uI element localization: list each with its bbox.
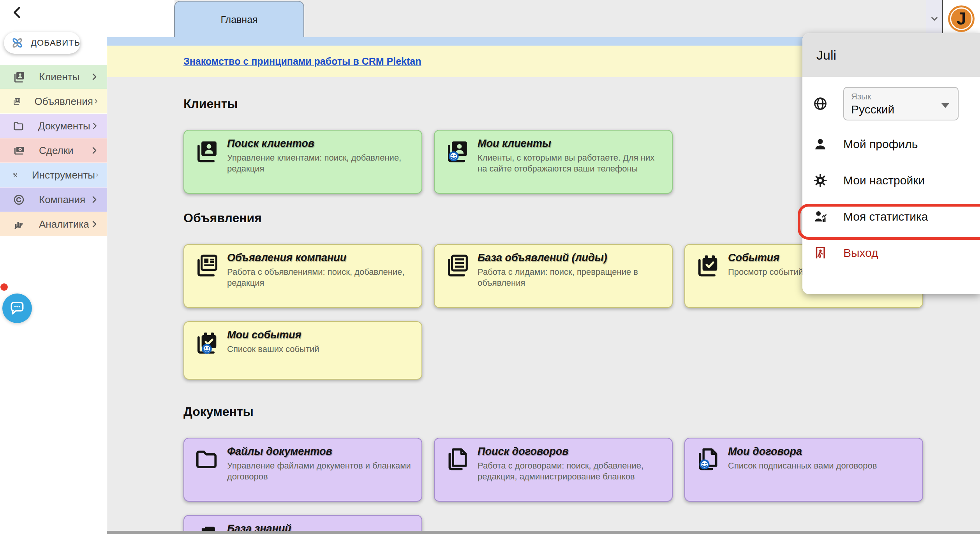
card-title: Поиск клиентов [227,138,411,150]
tab-list-dropdown-button[interactable] [926,0,943,37]
sidebar-item-label: Сделки [39,145,90,157]
chevron-down-icon [929,13,940,24]
card-company-ads[interactable]: Объявления компании Работа с объявлениям… [183,244,422,308]
language-select-value: Русский [851,103,951,116]
card-client-search[interactable]: Поиск клиентов Управление клиентами: пои… [183,130,422,194]
language-row: Язык Русский [802,87,980,120]
menu-item-my-settings[interactable]: Мои настройки [802,168,980,193]
card-my-clients[interactable]: Мои клиенты Клиенты, с которыми вы работ… [434,130,673,194]
sidebar-item-clients[interactable]: Клиенты [0,65,107,89]
pages-icon [445,447,469,471]
card-subtitle: Клиенты, с которыми вы работаете. Для ни… [478,152,662,174]
card-subtitle: Управление файлами документов и бланками… [227,460,411,482]
card-text: Мои договора Список подписанных вами дог… [728,446,877,471]
tools-icon [13,169,18,181]
person-icon [813,137,828,152]
card-text: База объявлений (лиды) Работа с лидами: … [478,252,662,288]
page-smiley-icon [695,447,719,471]
sidebar-item-tools[interactable]: Инструменты [0,163,107,187]
sidebar-item-company[interactable]: Компания [0,187,107,212]
sidebar-nav: Клиенты Объявления [0,65,107,237]
sidebar-item-documents[interactable]: Документы [0,114,107,138]
horizontal-scrollbar[interactable] [107,531,980,534]
card-my-contracts[interactable]: Мои договора Список подписанных вами дог… [684,438,923,502]
card-document-files[interactable]: Файлы документов Управление файлами доку… [183,438,422,502]
calendar-check-icon [695,253,719,278]
contact-card-icon [13,71,25,83]
card-text: Поиск клиентов Управление клиентами: пои… [227,138,411,174]
tab-bar: Главная [107,0,980,37]
chevron-right-icon [90,146,99,155]
card-subtitle: Управление клиентами: поиск, добавление,… [227,152,411,174]
card-title: Файлы документов [227,446,411,458]
card-my-events[interactable]: Мои события Список ваших событий [183,321,422,380]
folder-icon [194,447,219,471]
my-events-row: Мои события Список ваших событий [183,321,980,380]
intro-banner-link[interactable]: Знакомство с принципами работы в CRM Ple… [183,56,421,67]
username: Juli [816,48,836,63]
tab-home[interactable]: Главная [174,1,304,38]
menu-item-label: Мои настройки [843,174,925,187]
sidebar-item-label: Документы [38,120,90,132]
sidebar-item-label: Компания [39,194,90,206]
menu-item-label: Мой профиль [843,138,918,151]
sidebar-item-ads[interactable]: Объявления [0,89,107,113]
sidebar-item-label: Объявления [35,95,93,108]
chevron-right-icon [90,219,99,229]
calendar-check-smiley-icon [194,331,219,355]
section-heading-documents: Документы [183,405,980,419]
card-title: Объявления компании [227,252,411,264]
card-text: Объявления компании Работа с объявлениям… [227,252,411,288]
documents-cards-row: Файлы документов Управление файлами доку… [183,438,980,502]
contact-card-smiley-icon [445,139,469,163]
user-menu-header: Juli [802,33,980,77]
card-subtitle: Работа с лидами: поиск, превращение в об… [478,267,662,288]
notification-dot [0,283,8,291]
menu-item-logout[interactable]: Выход [802,240,980,265]
chevron-right-icon [93,97,99,106]
contact-card-icon [194,139,219,163]
document-list-icon [445,253,469,278]
card-title: Мои договора [728,446,877,458]
user-menu: Juli Язык Русский Мой профиль [802,33,980,294]
crm-main-page: ДОБАВИТЬ Клиенты [0,0,980,534]
language-select[interactable]: Язык Русский [843,87,959,120]
gear-icon [813,173,828,188]
newspaper-icon [13,95,21,108]
sidebar-item-label: Аналитика [39,218,90,230]
card-title: База объявлений (лиды) [478,252,662,264]
card-contract-search[interactable]: Поиск договоров Работа с договорами: пои… [434,438,673,502]
person-stats-icon [813,209,828,224]
add-button[interactable]: ДОБАВИТЬ [4,32,80,54]
exit-door-icon [813,246,828,260]
card-text: Мои клиенты Клиенты, с которыми вы работ… [478,138,662,174]
chat-button[interactable] [2,294,32,323]
copyright-icon [13,194,25,206]
menu-item-label: Моя статистика [843,210,928,223]
card-title: Мои клиенты [478,138,662,150]
card-text: Поиск договоров Работа с договорами: пои… [478,446,662,482]
card-subtitle: Список ваших событий [227,344,319,355]
card-title: Поиск договоров [478,446,662,458]
avatar-initial: J [957,9,966,28]
card-subtitle: Работа с договорами: поиск, добавление, … [478,460,662,482]
tab-home-label: Главная [220,14,257,25]
chevron-left-icon [10,5,24,19]
language-select-label: Язык [851,92,951,102]
menu-item-my-statistics[interactable]: Моя статистика [802,204,980,229]
sidebar-item-label: Инструменты [32,169,95,181]
caret-down-icon [941,103,949,108]
analytics-icon [13,218,25,230]
card-text: Мои события Список ваших событий [227,329,319,355]
sidebar-item-analytics[interactable]: Аналитика [0,212,107,236]
tabbar-left-gap [107,0,174,37]
card-leads-base[interactable]: База объявлений (лиды) Работа с лидами: … [434,244,673,308]
folder-icon [13,120,24,132]
user-avatar[interactable]: J [948,5,975,32]
chevron-right-icon [90,121,99,131]
newspaper-icon [194,253,219,278]
menu-item-my-profile[interactable]: Мой профиль [802,132,980,157]
sidebar-item-deals[interactable]: Сделки [0,138,107,163]
chat-bubble-icon [9,300,26,317]
back-button[interactable] [10,5,24,19]
